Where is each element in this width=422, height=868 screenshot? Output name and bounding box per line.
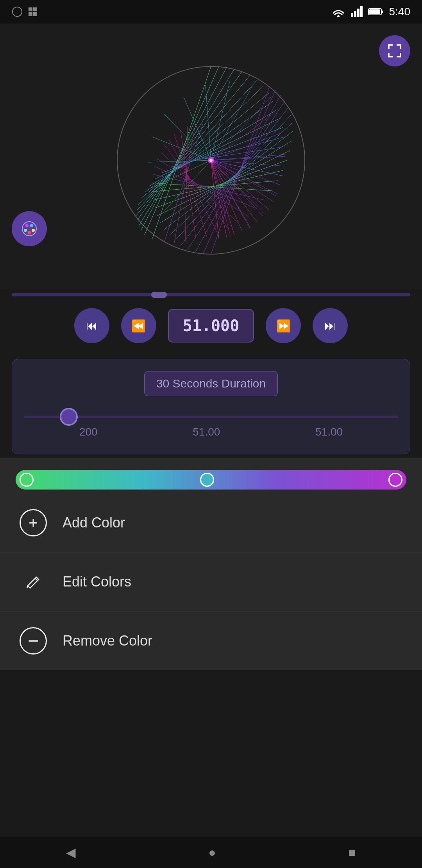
- spiral-svg: [106, 55, 316, 266]
- svg-line-52: [188, 101, 285, 249]
- gradient-handle-right[interactable]: [388, 473, 402, 487]
- progress-thumb[interactable]: [151, 292, 167, 298]
- progress-section: [0, 293, 422, 296]
- add-color-label: Add Color: [63, 515, 125, 531]
- palette-button[interactable]: [12, 211, 47, 246]
- svg-rect-1: [29, 7, 32, 11]
- status-time: 5:40: [389, 5, 411, 18]
- svg-rect-11: [382, 11, 383, 13]
- fullscreen-icon: [387, 43, 402, 58]
- progress-slider[interactable]: [12, 293, 410, 296]
- skip-back-button[interactable]: ⏮: [74, 308, 109, 343]
- svg-point-15: [30, 224, 33, 227]
- svg-line-30: [149, 109, 277, 186]
- svg-point-0: [13, 7, 22, 16]
- circle-visualization: [106, 55, 316, 266]
- svg-point-16: [24, 229, 27, 232]
- nav-back-button[interactable]: ◀: [66, 845, 76, 860]
- status-icon-circle: [12, 6, 23, 17]
- time-display[interactable]: 51.000: [168, 309, 254, 343]
- duration-panel: 30 Seconds Duration 200 51.00 51.00: [12, 359, 410, 454]
- gradient-handle-left[interactable]: [20, 473, 34, 487]
- svg-point-17: [32, 229, 35, 232]
- svg-point-93: [209, 159, 213, 162]
- main-visualization-area: [0, 23, 422, 289]
- svg-line-24: [137, 71, 242, 221]
- svg-rect-7: [354, 11, 356, 17]
- fast-forward-button[interactable]: ⏩: [266, 308, 301, 343]
- edit-colors-item[interactable]: Edit Colors: [0, 552, 422, 612]
- status-icon-grid: [27, 6, 38, 17]
- svg-line-86: [164, 114, 211, 160]
- status-left-icons: [12, 6, 38, 17]
- duration-value-3: 51.00: [315, 426, 343, 438]
- svg-rect-8: [357, 9, 359, 17]
- duration-slider[interactable]: [24, 416, 398, 418]
- signal-icon: [351, 6, 363, 17]
- svg-rect-12: [369, 9, 380, 14]
- skip-forward-button[interactable]: ⏭: [313, 308, 348, 343]
- svg-line-25: [136, 75, 250, 216]
- svg-line-27: [138, 86, 263, 205]
- svg-rect-2: [33, 7, 37, 11]
- svg-line-95: [27, 586, 28, 588]
- svg-rect-3: [29, 12, 32, 16]
- duration-value-1: 200: [79, 426, 98, 438]
- duration-slider-thumb[interactable]: [60, 408, 78, 426]
- remove-color-item[interactable]: − Remove Color: [0, 612, 422, 670]
- svg-line-65: [157, 159, 249, 217]
- svg-line-94: [35, 578, 37, 580]
- nav-recent-button[interactable]: ■: [348, 845, 356, 860]
- svg-point-14: [25, 224, 29, 227]
- color-gradient-bar[interactable]: [16, 470, 406, 490]
- transport-controls: ⏮ ⏪ 51.000 ⏩ ⏭: [0, 296, 422, 355]
- svg-line-26: [137, 80, 257, 210]
- palette-icon: [21, 220, 38, 237]
- nav-home-button[interactable]: ●: [208, 845, 216, 860]
- remove-color-icon: −: [20, 627, 47, 655]
- duration-values: 200 51.00 51.00: [24, 426, 398, 438]
- bottom-nav: ◀ ● ■: [0, 837, 422, 868]
- svg-rect-6: [351, 13, 353, 17]
- svg-line-66: [160, 152, 239, 224]
- svg-point-18: [28, 231, 31, 234]
- gradient-handle-mid[interactable]: [200, 473, 214, 487]
- status-bar: 5:40: [0, 0, 422, 23]
- edit-colors-label: Edit Colors: [63, 574, 131, 590]
- svg-rect-4: [33, 12, 37, 16]
- rewind-button[interactable]: ⏪: [121, 308, 156, 343]
- add-color-icon: +: [20, 509, 47, 536]
- svg-line-42: [211, 160, 263, 216]
- add-color-item[interactable]: + Add Color: [0, 493, 422, 552]
- status-right-icons: 5:40: [331, 5, 411, 18]
- svg-rect-9: [360, 6, 363, 17]
- remove-color-label: Remove Color: [63, 633, 152, 649]
- fullscreen-button[interactable]: [379, 35, 410, 66]
- svg-point-5: [337, 15, 340, 17]
- edit-colors-icon: [20, 568, 47, 595]
- duration-value-2: 51.00: [193, 426, 220, 438]
- battery-icon: [368, 7, 384, 16]
- wifi-icon: [331, 6, 345, 17]
- color-section: + Add Color Edit Colors − Remove Color: [0, 458, 422, 670]
- duration-label: 30 Seconds Duration: [144, 371, 278, 396]
- svg-line-62: [152, 183, 272, 191]
